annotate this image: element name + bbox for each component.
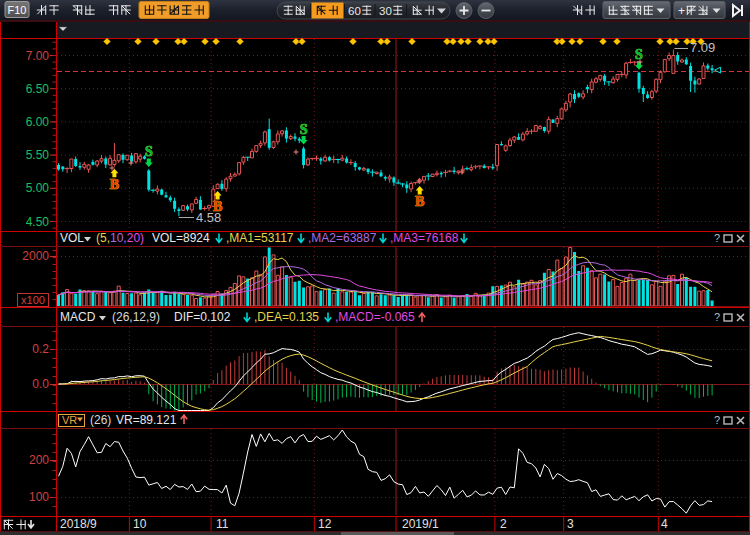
svg-text:10: 10 [133, 517, 147, 531]
svg-text:F10: F10 [8, 4, 27, 16]
svg-text:,DEA=0.135: ,DEA=0.135 [254, 310, 319, 324]
svg-text:3: 3 [567, 517, 574, 531]
svg-text:B: B [110, 177, 119, 192]
svg-text:(26): (26) [90, 413, 111, 427]
svg-text:VR: VR [62, 414, 77, 426]
svg-text:12: 12 [318, 517, 332, 531]
svg-text:S: S [635, 47, 643, 62]
svg-text:(26,12,9): (26,12,9) [112, 310, 160, 324]
svg-text:VR=89.121: VR=89.121 [116, 413, 177, 427]
svg-text:6.50: 6.50 [26, 82, 50, 96]
svg-text:+: + [678, 4, 685, 18]
svg-text:(5,10,20): (5,10,20) [96, 231, 144, 245]
svg-text:30: 30 [379, 5, 392, 17]
svg-text:?: ? [714, 232, 720, 244]
svg-text:2019/1: 2019/1 [402, 517, 439, 531]
svg-text:5.50: 5.50 [26, 148, 50, 162]
svg-text:B: B [415, 194, 424, 209]
svg-text:7.00: 7.00 [26, 49, 50, 63]
svg-text:2: 2 [500, 517, 507, 531]
svg-text:,MA3=76168: ,MA3=76168 [390, 231, 459, 245]
svg-text:2000: 2000 [22, 249, 49, 263]
svg-text:MACD: MACD [60, 310, 96, 324]
svg-text:0.0: 0.0 [32, 377, 49, 391]
svg-text:100: 100 [29, 490, 49, 504]
svg-text:4.50: 4.50 [26, 215, 50, 229]
svg-text:S: S [145, 144, 153, 159]
svg-text:VOL=8924: VOL=8924 [152, 231, 210, 245]
svg-text:200: 200 [29, 453, 49, 467]
svg-text:x100: x100 [21, 294, 45, 306]
svg-text:S: S [300, 122, 308, 137]
svg-text:7.09: 7.09 [690, 40, 715, 55]
svg-text:2018/9: 2018/9 [60, 517, 97, 531]
svg-text:,MA2=63887: ,MA2=63887 [308, 231, 377, 245]
svg-text:11: 11 [216, 517, 229, 531]
svg-text:6.00: 6.00 [26, 115, 50, 129]
svg-text:?: ? [714, 414, 720, 426]
svg-text:60: 60 [348, 5, 361, 17]
svg-text:5.00: 5.00 [26, 181, 50, 195]
svg-text:,MA1=53117: ,MA1=53117 [226, 231, 294, 245]
svg-text:0.2: 0.2 [32, 342, 49, 356]
svg-text:?: ? [714, 311, 720, 323]
svg-text:4: 4 [661, 517, 668, 531]
svg-text:VOL: VOL [60, 231, 84, 245]
svg-text:4.58: 4.58 [196, 210, 221, 225]
svg-text:,MACD=-0.065: ,MACD=-0.065 [335, 310, 415, 324]
svg-text:DIF=0.102: DIF=0.102 [174, 310, 231, 324]
